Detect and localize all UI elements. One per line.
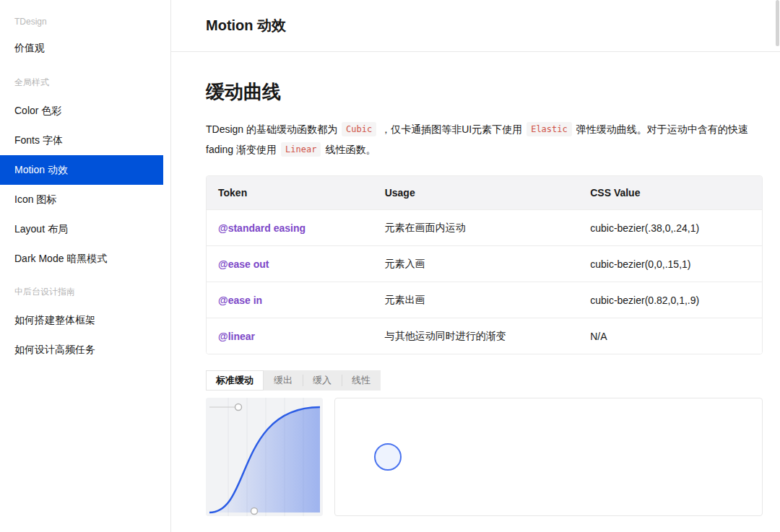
page-content: 缓动曲线 TDesign 的基础缓动函数都为Cubic，仅卡通插图等非UI元素下… <box>171 52 780 516</box>
code-chip-cubic: Cubic <box>342 122 376 136</box>
sidebar-item-icon[interactable]: Icon 图标 <box>0 185 170 214</box>
brand-label: TDesign <box>0 10 170 33</box>
token-link-standard-easing[interactable]: @standard easing <box>207 222 373 234</box>
table-row: @ease in 元素出画 cubic-bezier(0.82,0,1,.9) <box>207 282 762 318</box>
sidebar-item-color[interactable]: Color 色彩 <box>0 96 170 126</box>
table-row: @linear 与其他运动同时进行的渐变 N/A <box>207 318 762 354</box>
easing-table: Token Usage CSS Value @standard easing 元… <box>206 175 763 354</box>
tab-standard-easing[interactable]: 标准缓动 <box>206 370 264 391</box>
sidebar-item-motion[interactable]: Motion 动效 <box>0 155 163 185</box>
column-header-token: Token <box>207 187 373 199</box>
tab-ease-out[interactable]: 缓出 <box>264 370 303 391</box>
easing-demo-tabs: 标准缓动 缓出 缓入 线性 <box>206 370 381 391</box>
sidebar-item-framework[interactable]: 如何搭建整体框架 <box>0 305 170 335</box>
sidebar-item-fonts[interactable]: Fonts 字体 <box>0 126 170 155</box>
token-link-ease-out[interactable]: @ease out <box>207 258 373 270</box>
code-chip-elastic: Elastic <box>526 122 572 136</box>
usage-cell: 与其他运动同时进行的渐变 <box>373 330 579 343</box>
sidebar-item-values[interactable]: 价值观 <box>0 33 170 63</box>
demo-ball <box>374 443 402 471</box>
usage-cell: 元素入画 <box>373 258 579 271</box>
easing-demo <box>206 398 763 516</box>
curve-handle-bottom[interactable] <box>251 508 258 515</box>
intro-paragraph: TDesign 的基础缓动函数都为Cubic，仅卡通插图等非UI元素下使用Ela… <box>206 119 763 160</box>
main-area: Motion 动效 缓动曲线 TDesign 的基础缓动函数都为Cubic，仅卡… <box>171 0 780 532</box>
table-row: @ease out 元素入画 cubic-bezier(0,0,.15,1) <box>207 245 762 282</box>
intro-text-2: ，仅卡通插图等非UI元素下使用 <box>381 123 522 135</box>
table-header-row: Token Usage CSS Value <box>207 176 762 209</box>
page-title: Motion 动效 <box>206 16 286 35</box>
token-link-ease-in[interactable]: @ease in <box>207 295 373 306</box>
token-link-linear[interactable]: @linear <box>207 331 373 342</box>
curve-handle-top[interactable] <box>235 404 242 411</box>
intro-text-1: TDesign 的基础缓动函数都为 <box>206 123 337 135</box>
tab-linear[interactable]: 线性 <box>342 370 381 391</box>
animation-preview-panel <box>334 398 763 516</box>
sidebar: TDesign 价值观 全局样式 Color 色彩 Fonts 字体 Motio… <box>0 0 171 532</box>
usage-cell: 元素出画 <box>373 294 579 307</box>
css-value-cell: N/A <box>578 331 762 342</box>
intro-text-4: 线性函数。 <box>325 144 376 155</box>
sidebar-section-design-guide: 中后台设计指南 <box>0 278 170 305</box>
code-chip-linear: Linear <box>281 142 321 157</box>
sidebar-section-global-styles: 全局样式 <box>0 69 170 96</box>
bezier-curve-graphic <box>206 398 323 516</box>
css-value-cell: cubic-bezier(0,0,.15,1) <box>578 258 762 270</box>
css-value-cell: cubic-bezier(.38,0,.24,1) <box>578 222 762 234</box>
sidebar-item-darkmode[interactable]: Dark Mode 暗黑模式 <box>0 244 170 274</box>
section-heading: 缓动曲线 <box>206 79 763 105</box>
sidebar-item-tasks[interactable]: 如何设计高频任务 <box>0 335 170 365</box>
table-row: @standard easing 元素在画面内运动 cubic-bezier(.… <box>207 209 762 245</box>
css-value-cell: cubic-bezier(0.82,0,1,.9) <box>578 295 762 306</box>
app-root: TDesign 价值观 全局样式 Color 色彩 Fonts 字体 Motio… <box>0 0 780 532</box>
tab-ease-in[interactable]: 缓入 <box>303 370 342 391</box>
usage-cell: 元素在画面内运动 <box>373 222 579 235</box>
page-header: Motion 动效 <box>171 0 780 52</box>
sidebar-item-layout[interactable]: Layout 布局 <box>0 214 170 244</box>
column-header-css-value: CSS Value <box>578 187 762 199</box>
column-header-usage: Usage <box>373 187 579 199</box>
bezier-editor-panel[interactable] <box>206 398 323 516</box>
scrollbar-thumb[interactable] <box>776 0 779 46</box>
